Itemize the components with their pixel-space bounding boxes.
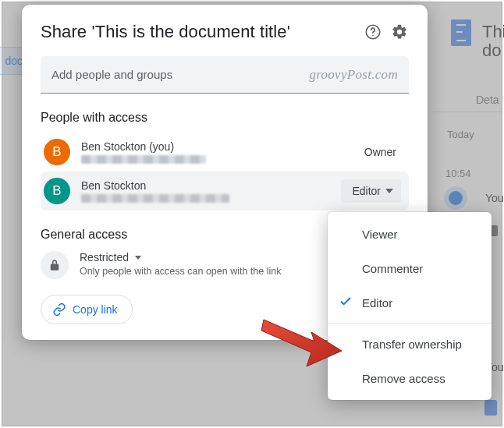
role-option-editor[interactable]: Editor bbox=[328, 285, 492, 320]
menu-divider bbox=[328, 323, 492, 324]
input-placeholder: Add people and groups bbox=[51, 68, 172, 81]
chevron-down-icon bbox=[385, 189, 393, 193]
role-action-remove-access[interactable]: Remove access bbox=[328, 361, 492, 395]
settings-icon[interactable] bbox=[390, 23, 409, 41]
role-dropdown-label: Editor bbox=[352, 185, 381, 197]
role-option-viewer[interactable]: Viewer bbox=[328, 217, 492, 251]
people-with-access-heading: People with access bbox=[41, 111, 409, 125]
lock-icon bbox=[41, 251, 69, 279]
general-access-mode: Restricted bbox=[80, 251, 129, 264]
role-menu: Viewer Commenter Editor Transfer ownersh… bbox=[328, 212, 492, 400]
role-action-label: Transfer ownership bbox=[362, 338, 462, 351]
dialog-title: Share 'This is the document title' bbox=[41, 22, 356, 42]
svg-point-1 bbox=[372, 35, 374, 37]
person-email-redacted bbox=[81, 194, 229, 203]
role-option-commenter[interactable]: Commenter bbox=[328, 251, 492, 285]
copy-link-label: Copy link bbox=[73, 303, 118, 316]
watermark: groovyPost.com bbox=[309, 67, 398, 83]
role-action-label: Remove access bbox=[362, 372, 445, 385]
role-option-label: Editor bbox=[362, 296, 392, 310]
avatar: B bbox=[44, 139, 70, 165]
check-icon bbox=[339, 295, 353, 311]
role-option-label: Commenter bbox=[362, 262, 423, 275]
person-row-editor: B Ben Stockton Editor bbox=[41, 172, 409, 210]
avatar: B bbox=[44, 178, 70, 204]
add-people-input[interactable]: Add people and groups groovyPost.com bbox=[41, 56, 409, 94]
role-option-label: Viewer bbox=[362, 228, 398, 241]
chevron-down-icon bbox=[135, 256, 141, 260]
person-email-redacted bbox=[81, 155, 206, 164]
copy-link-button[interactable]: Copy link bbox=[41, 295, 133, 324]
role-action-transfer-ownership[interactable]: Transfer ownership bbox=[328, 327, 492, 361]
role-owner-label: Owner bbox=[364, 146, 396, 158]
person-name: Ben Stockton bbox=[81, 179, 330, 193]
person-row-owner: B Ben Stockton (you) Owner bbox=[41, 133, 409, 172]
link-icon bbox=[52, 302, 66, 317]
help-icon[interactable] bbox=[364, 23, 382, 41]
person-name: Ben Stockton (you) bbox=[81, 140, 353, 154]
role-dropdown[interactable]: Editor bbox=[341, 179, 401, 203]
